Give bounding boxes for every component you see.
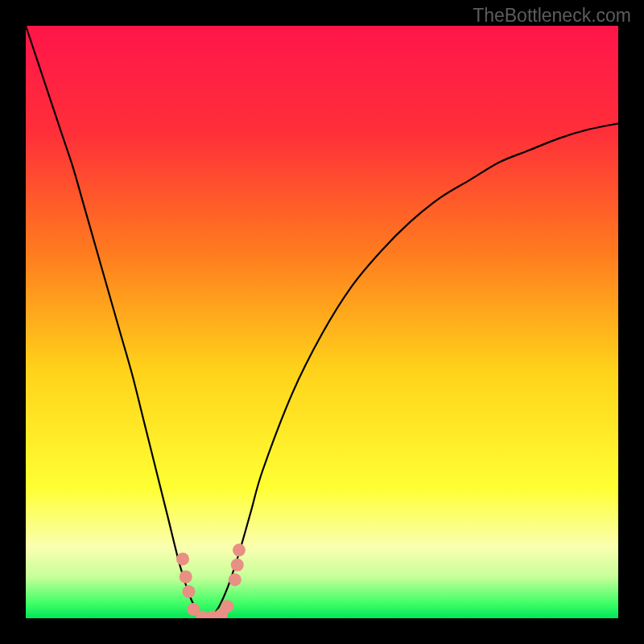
chart-frame: TheBottleneck.com [0, 0, 644, 644]
marker-dot [180, 570, 192, 583]
bottleneck-chart [26, 26, 618, 618]
marker-dot [231, 559, 244, 572]
marker-dot [176, 552, 189, 565]
watermark-text: TheBottleneck.com [473, 5, 631, 27]
plot-area [26, 26, 618, 618]
gradient-background [26, 26, 618, 618]
marker-dot [182, 585, 195, 598]
marker-dot [229, 573, 242, 586]
marker-dot [221, 600, 233, 613]
marker-dot [233, 543, 246, 556]
